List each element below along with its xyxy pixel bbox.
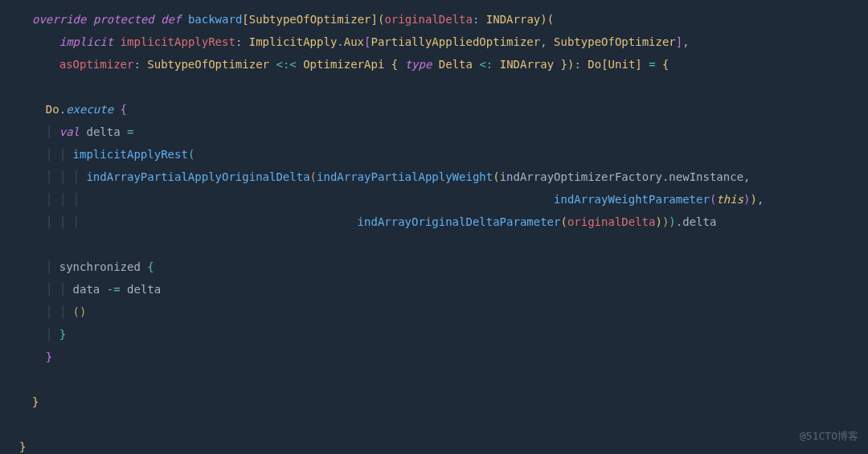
code-line: │ val delta = (0, 121, 868, 143)
code-line: implicit implicitApplyRest: ImplicitAppl… (0, 31, 868, 53)
code-line: Do.execute { (0, 98, 868, 121)
code-editor[interactable]: override protected def backward[SubtypeO… (0, 8, 868, 454)
code-line: │ │ │ indArrayOriginalDeltaParameter(ori… (0, 211, 868, 233)
code-line: } (0, 391, 868, 413)
code-line: asOptimizer: SubtypeOfOptimizer <:< Opti… (0, 53, 868, 76)
code-line: } (0, 436, 868, 454)
code-line (0, 368, 868, 391)
code-line (0, 76, 868, 98)
code-line: │ │ () (0, 301, 868, 323)
code-line (0, 413, 868, 436)
code-line: │ │ │ indArrayPartialApplyOriginalDelta(… (0, 166, 868, 188)
code-line: } (0, 346, 868, 368)
code-line: │ synchronized { (0, 256, 868, 278)
code-line: │ │ │ indArrayWeightParameter(this)), (0, 188, 868, 211)
watermark: @51CTO博客 (800, 425, 858, 448)
code-line: │ │ data -= delta (0, 278, 868, 301)
code-line: override protected def backward[SubtypeO… (0, 8, 868, 31)
code-line: │ │ implicitApplyRest( (0, 143, 868, 166)
code-line: │ } (0, 323, 868, 346)
code-line (0, 233, 868, 256)
